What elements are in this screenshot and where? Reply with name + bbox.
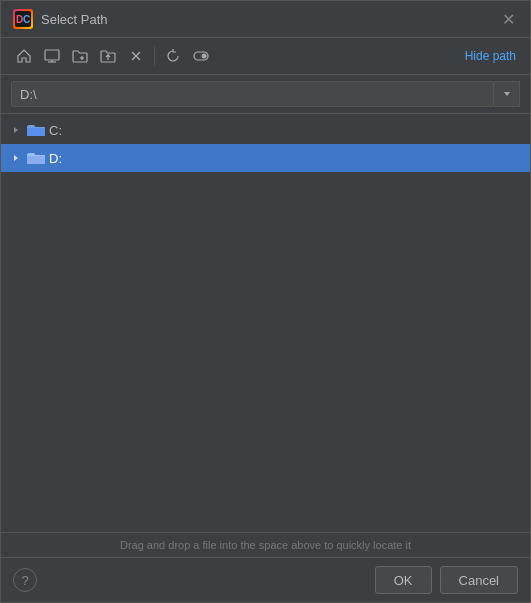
delete-button[interactable] [123, 44, 149, 68]
path-dropdown-button[interactable] [494, 81, 520, 107]
svg-marker-13 [14, 127, 18, 133]
computer-button[interactable] [39, 44, 65, 68]
toggle-button[interactable] [188, 44, 214, 68]
status-bar: Drag and drop a file into the space abov… [1, 532, 530, 557]
toolbar-separator [154, 47, 155, 65]
chevron-d-icon [9, 151, 23, 165]
tree-item-c[interactable]: C: [1, 116, 530, 144]
close-button[interactable]: ✕ [498, 9, 518, 29]
toolbar: Hide path [1, 38, 530, 75]
drag-hint: Drag and drop a file into the space abov… [120, 539, 411, 551]
bottom-bar: ? OK Cancel [1, 557, 530, 602]
select-path-dialog: D C Select Path ✕ [0, 0, 531, 603]
svg-text:C: C [23, 14, 30, 25]
home-button[interactable] [11, 44, 37, 68]
tree-item-d-label: D: [49, 151, 62, 166]
file-tree: C: D: [1, 114, 530, 532]
tree-item-d[interactable]: D: [1, 144, 530, 172]
svg-rect-3 [45, 50, 59, 60]
path-input[interactable] [11, 81, 494, 107]
svg-point-11 [202, 54, 207, 59]
refresh-button[interactable] [160, 44, 186, 68]
ok-button[interactable]: OK [375, 566, 432, 594]
folder-c-icon [27, 123, 45, 137]
help-button[interactable]: ? [13, 568, 37, 592]
hide-path-button[interactable]: Hide path [461, 47, 520, 65]
cancel-button[interactable]: Cancel [440, 566, 518, 594]
chevron-c-icon [9, 123, 23, 137]
path-row [1, 75, 530, 114]
tree-item-c-label: C: [49, 123, 62, 138]
svg-marker-14 [14, 155, 18, 161]
folder-up-button[interactable] [95, 44, 121, 68]
title-bar: D C Select Path ✕ [1, 1, 530, 38]
svg-marker-12 [504, 92, 510, 96]
app-icon: D C [13, 9, 33, 29]
new-folder-button[interactable] [67, 44, 93, 68]
folder-d-icon [27, 151, 45, 165]
dialog-title: Select Path [41, 12, 498, 27]
